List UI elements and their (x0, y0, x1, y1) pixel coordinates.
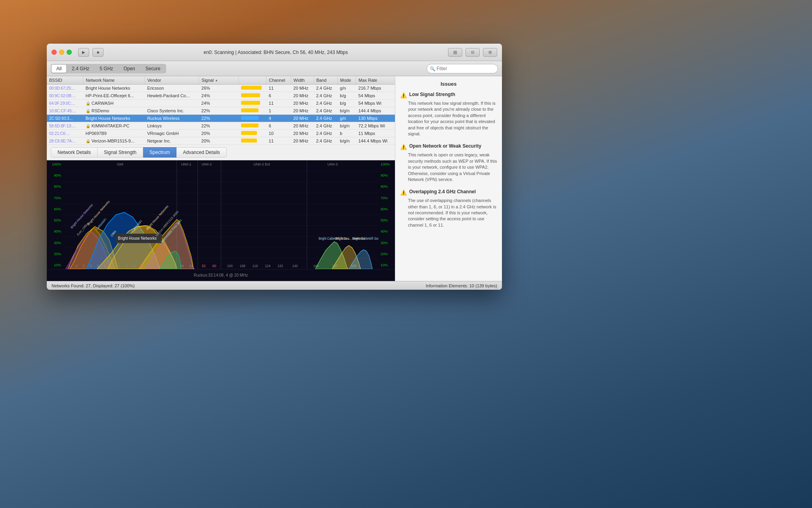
cell-vendor (145, 100, 199, 107)
cell-band: 2.4 GHz (314, 100, 337, 107)
network-table-container[interactable]: BSSID Network Name Vendor Signal ▼ Chann… (47, 76, 395, 145)
col-mode[interactable]: Mode (337, 76, 356, 85)
y-label-100: 100% (48, 162, 63, 166)
cell-channel: 6 (266, 92, 291, 100)
y-label-r-90: 90% (379, 173, 394, 177)
cell-channel: 11 (266, 85, 291, 92)
col-width[interactable]: Width (291, 76, 314, 85)
search-icon: 🔍 (430, 66, 435, 71)
spectrum-y-labels-right: 100% 90% 80% 70% 60% 50% 40% 30% 20% 10% (378, 160, 395, 269)
svg-text:44: 44 (190, 264, 193, 268)
col-network-name[interactable]: Network Name (83, 76, 145, 85)
table-row[interactable]: 00:0D:67:25:... Bright House Networks Er… (47, 85, 395, 92)
svg-text:11: 11 (140, 264, 144, 268)
issue-title-1: Low Signal Strength (409, 92, 455, 97)
cell-width: 20 MHz (291, 85, 314, 92)
lock-icon: 🔒 (86, 109, 90, 113)
cell-mode: b/g (337, 92, 356, 100)
close-button[interactable] (52, 50, 57, 55)
svg-text:132: 132 (278, 264, 283, 268)
cell-maxrate: 130 Mbps (356, 115, 395, 122)
view-toggle-2[interactable]: ⊟ (465, 48, 480, 57)
table-row[interactable]: 28:C6:8E:7A:... 🔒 Verizon-MBR1515-9... N… (47, 137, 395, 145)
y-label-r-50: 50% (379, 218, 394, 222)
tab-network-details[interactable]: Network Details (51, 147, 98, 158)
minimize-button[interactable] (59, 50, 64, 55)
window-title: en0: Scanning | Associated: BHN Secure, … (107, 50, 445, 55)
stop-button[interactable]: ■ (92, 48, 103, 57)
y-label-r-40: 40% (379, 229, 394, 233)
tab-signal-strength[interactable]: Signal Strength (98, 147, 143, 158)
filter-tab-secure[interactable]: Secure (141, 65, 165, 73)
cell-channel: 11 (266, 137, 291, 145)
view-toggle-1[interactable]: ⊞ (448, 48, 462, 57)
svg-text:13: 13 (154, 264, 158, 268)
col-bssid[interactable]: BSSID (47, 76, 83, 85)
filter-tab-all[interactable]: All (52, 65, 66, 73)
play-button[interactable]: ▶ (78, 48, 89, 57)
tab-spectrum[interactable]: Spectrum (143, 147, 176, 158)
status-left: Networks Found: 27, Displayed: 27 (100%) (52, 283, 135, 288)
spectrum-main: Bright House Networks Bright House Netwo… (63, 160, 378, 269)
cell-vendor: Ruckus Wireless (145, 115, 199, 122)
table-row[interactable]: 64:0F:29:0C:... 🔒 CARWASH 24% 11 20 MHz … (47, 100, 395, 107)
cell-width: 20 MHz (291, 137, 314, 145)
cell-signal-bar (239, 130, 266, 137)
col-signal[interactable]: Signal ▼ (199, 76, 239, 85)
svg-text:116: 116 (252, 264, 258, 268)
cell-vendor: Netgear Inc. (145, 137, 199, 145)
y-label-r-30: 30% (379, 241, 394, 245)
cell-maxrate: 144.4 Mbps Wi (356, 137, 395, 145)
maximize-button[interactable] (67, 50, 72, 55)
col-band[interactable]: Band (314, 76, 337, 85)
cell-channel: 4 (266, 115, 291, 122)
status-bar: Networks Found: 27, Displayed: 27 (100%)… (47, 281, 502, 290)
spectrum-svg: Bright House Networks Bright House Netwo… (63, 160, 378, 269)
y-label-80: 80% (48, 185, 63, 189)
svg-text:6: 6 (104, 264, 106, 268)
cell-maxrate: 72.2 Mbps Wi (356, 122, 395, 130)
warning-icon-2: ⚠️ (400, 144, 407, 150)
cell-mode: b/g/n (337, 122, 356, 130)
issue-desc-2: This network is open or uses legacy, wea… (408, 152, 497, 183)
titlebar: ▶ ■ en0: Scanning | Associated: BHN Secu… (47, 44, 502, 61)
main-content: BSSID Network Name Vendor Signal ▼ Chann… (47, 76, 502, 281)
col-vendor[interactable]: Vendor (145, 76, 199, 85)
toolbar: All 2.4 GHz 5 GHz Open Secure 🔍 (47, 61, 502, 76)
y-label-30: 30% (48, 241, 63, 245)
y-label-r-80: 80% (379, 185, 394, 189)
cell-mode: b/g/n (337, 137, 356, 145)
table-row[interactable]: 00:9C:02:0B:... HP-Print-EE-Officejet 6.… (47, 92, 395, 100)
table-row[interactable]: 58:6D:8F:13:... 🔒 KIMWHITAKER-PC Linksys… (47, 122, 395, 130)
cell-bssid: 58:6D:8F:13:... (47, 122, 83, 130)
filter-tab-24ghz[interactable]: 2.4 GHz (67, 65, 94, 73)
table-row[interactable]: 02:21:C6:... HP0697B9 VRmagic GmbH 20% 1… (47, 130, 395, 137)
col-channel[interactable]: Channel (266, 76, 291, 85)
cell-width: 20 MHz (291, 122, 314, 130)
col-maxrate[interactable]: Max Rate (356, 76, 395, 85)
table-row[interactable]: 10:8C:CF:45:... 🔒 RSDemo Cisco Systems I… (47, 107, 395, 115)
cell-network-name: 🔒 Verizon-MBR1515-9... (83, 137, 145, 145)
filter-input[interactable] (427, 64, 498, 73)
svg-text:9: 9 (126, 264, 128, 268)
cell-vendor: Cisco Systems Inc. (145, 107, 199, 115)
sort-indicator: ▼ (215, 79, 218, 83)
cell-maxrate: 216.7 Mbps (356, 85, 395, 92)
y-label-r-100: 100% (379, 162, 394, 166)
y-label-r-10: 10% (379, 263, 394, 267)
tab-advanced-details[interactable]: Advanced Details (176, 147, 226, 158)
filter-tab-open[interactable]: Open (119, 65, 140, 73)
cell-width: 20 MHz (291, 115, 314, 122)
issue-title-3: Overlapping 2.4 GHz Channel (409, 189, 476, 194)
cell-channel: 6 (266, 122, 291, 130)
cell-signal-pct: 22% (199, 122, 239, 130)
filter-tab-5ghz[interactable]: 5 GHz (95, 65, 118, 73)
cell-maxrate: 54 Mbps (356, 92, 395, 100)
cell-signal-bar (239, 115, 266, 122)
cell-maxrate: 54 Mbps Wi (356, 100, 395, 107)
view-toggle-3[interactable]: ⊞ (483, 48, 497, 57)
spectrum-footer-text: Ruckus:33:14:08, 4 @ 20 MHz (194, 273, 248, 277)
cell-signal-pct: 20% (199, 137, 239, 145)
cell-vendor: Linksys (145, 122, 199, 130)
table-row[interactable]: 2C:5D:93:3... Bright House Networks Ruck… (47, 115, 395, 122)
